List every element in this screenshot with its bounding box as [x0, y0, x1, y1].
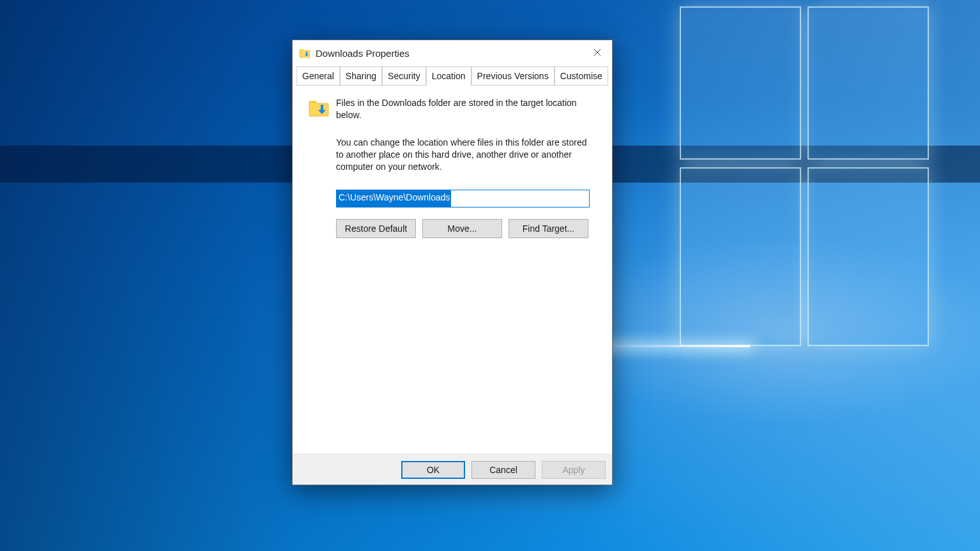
downloads-folder-large-icon: [308, 97, 330, 121]
window-title: Downloads Properties: [316, 48, 583, 59]
tab-security[interactable]: Security: [382, 66, 426, 86]
tab-strip: General Sharing Security Location Previo…: [293, 66, 612, 85]
cancel-button[interactable]: Cancel: [471, 461, 535, 479]
location-tab-panel: Files in the Downloads folder are stored…: [296, 85, 608, 450]
close-button[interactable]: [583, 40, 612, 66]
restore-default-button[interactable]: Restore Default: [336, 219, 416, 238]
tab-previous-versions[interactable]: Previous Versions: [471, 66, 555, 86]
close-icon: [593, 47, 601, 59]
ok-button[interactable]: OK: [401, 461, 465, 479]
location-description-text: You can change the location where files …: [336, 137, 597, 173]
tab-sharing[interactable]: Sharing: [340, 66, 382, 86]
titlebar[interactable]: Downloads Properties: [293, 40, 612, 66]
move-button[interactable]: Move...: [422, 219, 502, 238]
find-target-button[interactable]: Find Target...: [509, 219, 588, 238]
tab-general[interactable]: General: [296, 66, 340, 86]
location-path-input[interactable]: [336, 190, 590, 208]
apply-button: Apply: [542, 461, 606, 479]
dialog-footer: OK Cancel Apply: [293, 454, 612, 485]
downloads-folder-icon: [299, 48, 310, 58]
location-intro-text: Files in the Downloads folder are stored…: [336, 97, 597, 121]
tab-customise[interactable]: Customise: [555, 66, 608, 86]
properties-dialog: Downloads Properties General Sharing Sec…: [292, 40, 613, 485]
tab-location[interactable]: Location: [426, 66, 471, 86]
